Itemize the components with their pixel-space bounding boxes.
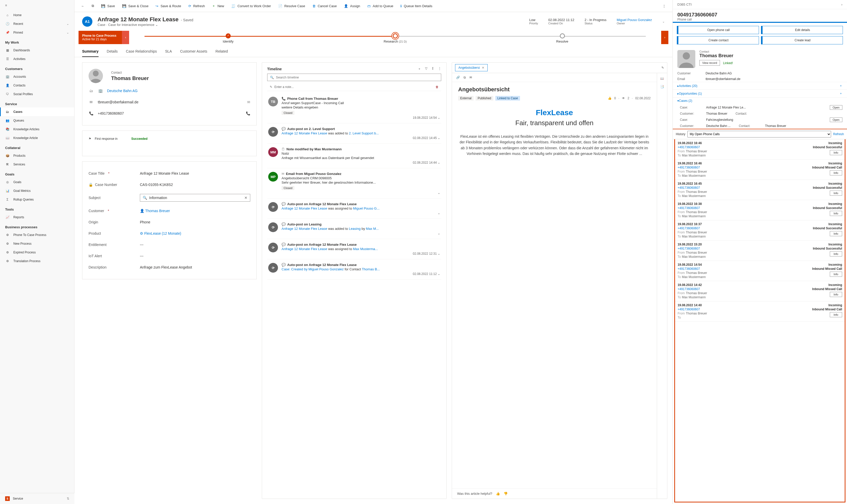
saveclose-button[interactable]: 💾Save & Close [120,3,151,10]
resolve-case-button[interactable]: 📄Resolve Case [276,3,308,10]
back-button[interactable]: ← [78,3,87,10]
history-info-button[interactable]: Info [830,170,842,176]
field-casetitle[interactable]: Anfrage 12 Monate Flex Lease [140,171,250,176]
nav-ptcp[interactable]: ⚙Phone To Case Process [0,231,74,239]
thumbs-down-icon[interactable]: 👎 [504,492,508,496]
delete-icon[interactable]: 🗑 [436,85,439,89]
close-icon[interactable]: ✕ [482,66,484,70]
timeline-item[interactable]: ⟳ 💬Auto-post on Leasing Anfrage 12 Monat… [267,219,441,239]
nav-accounts[interactable]: 🏢Accounts [0,72,74,81]
timeline-search-input[interactable] [276,75,438,79]
mail-action-icon[interactable]: ✉ [247,100,250,104]
cti-create-lead-button[interactable]: Create lead [761,36,843,44]
save-button[interactable]: 💾Save [99,3,118,10]
nav-transproc[interactable]: ⚙Translation Process [0,257,74,266]
nav-expproc[interactable]: ⚙Expired Process [0,248,74,257]
kb-popout-icon[interactable]: ⧉ [463,76,466,79]
nav-home[interactable]: ⌂Home [0,11,74,19]
field-product[interactable]: ⚙ FlexLease (12 Monate) [140,231,250,235]
history-item[interactable]: 19.08.2022 16:37Incoming +491736060607In… [675,220,845,240]
contact-company-row[interactable]: 🗂🏢Deutsche Bahn AG [89,85,250,96]
plus-icon[interactable]: ＋ [839,91,842,96]
nav-karticles[interactable]: 📚Knowledge Articles [0,125,74,133]
field-entitlement[interactable]: --- [140,242,250,247]
nav-dashboards[interactable]: ▦Dashboards [0,46,74,55]
nav-newproc[interactable]: ⚙New Process [0,239,74,248]
bpf-prev-button[interactable]: ‹ [122,31,129,44]
kb-similar-icon[interactable]: 📑 [660,85,664,89]
nav-pinned[interactable]: 📌Pinned⌄ [0,28,74,37]
convert-wo-button[interactable]: 🧾Convert to Work Order [229,3,273,10]
timeline-item[interactable]: ⟳ 💬Auto-post on Anfrage 12 Monate Flex L… [267,259,441,280]
cti-cases-section[interactable]: ▾ Cases (2) [673,97,847,104]
cti-create-contact-button[interactable]: Create contact [677,36,759,44]
clear-icon[interactable]: ✕ [244,196,247,200]
kb-edit-button[interactable]: ✎ [661,66,664,70]
nav-queues[interactable]: 👥Queues [0,116,74,125]
nav-social[interactable]: 🗨Social Profiles [0,90,74,98]
cti-refresh-button[interactable]: Refresh [833,132,844,136]
kb-mail-icon[interactable]: ✉ [470,76,472,79]
history-item[interactable]: 19.08.2022 16:45Incoming +491736060607In… [675,180,845,200]
saveroute-button[interactable]: ↪Save & Route [153,3,183,10]
bpf-stage-resolve[interactable]: Resolve [479,32,646,43]
tab-details[interactable]: Details [107,46,118,57]
history-info-button[interactable]: Info [830,231,842,236]
overflow-button[interactable]: ⋮ [660,3,668,10]
new-button[interactable]: ＋New [209,2,227,10]
timeline-item[interactable]: ⟳ 💬Auto-post on 2. Level Support Anfrage… [267,123,441,144]
field-description[interactable]: Anfrage zum FlexLease Angebot [140,265,250,269]
timeline-search[interactable]: 🔍 [267,74,441,81]
tab-customerassets[interactable]: Customer Assets [180,46,207,57]
nav-karticle[interactable]: 📖Knowledge Article [0,133,74,142]
contact-email-row[interactable]: ✉tbreuer@oberfakemail.de✉ [89,96,250,108]
timeline-note-input[interactable]: ✎ Enter a note... 🗑 [267,83,441,91]
cti-edit-details-button[interactable]: Edit details [761,26,843,34]
cti-activities-section[interactable]: ▸ Activities (20)＋ [673,82,847,90]
timeline-filter-button[interactable]: ▽ [425,67,427,71]
nav-rollup[interactable]: ΣRollup Queries [0,195,74,204]
timeline-item[interactable]: TB 📞Phone Call from Thomas Breuer Anruf … [267,93,441,123]
cti-history-filter[interactable]: My Open Phone Calls [687,131,831,138]
call-action-icon[interactable]: 📞 [246,111,250,115]
open-new-window-button[interactable]: ⧉ [89,2,96,10]
bpf-stage-research[interactable]: Research (21 D) [312,32,479,43]
kb-tab[interactable]: Angebotsübersi✕ [455,64,488,71]
bpf-name[interactable]: Phone to Case Process Active for 21 days [78,31,122,44]
history-item[interactable]: 19.08.2022 16:38Incoming +491736060607In… [675,200,845,220]
cti-opportunities-section[interactable]: ▸ Opportunities (1)＋ [673,90,847,97]
tab-related[interactable]: Related [216,46,228,57]
history-info-button[interactable]: Info [830,272,842,277]
nav-contacts[interactable]: 👤Contacts [0,81,74,90]
addqueue-button[interactable]: 🗃Add to Queue [365,3,396,10]
field-customer[interactable]: 👤 Thomas Breuer [140,209,250,213]
history-info-button[interactable]: Info [830,292,842,297]
nav-goals[interactable]: ◎Goals [0,178,74,186]
meta-owner[interactable]: Miguel Pouso GonzalezOwner [617,18,652,25]
history-item[interactable]: 19.08.2022 14:40Incoming +491736060607In… [675,301,845,322]
bpf-next-button[interactable]: › [661,31,668,44]
cti-header[interactable]: D365 CTI› [673,0,847,9]
history-item[interactable]: 19.08.2022 15:20Incoming +491736060607In… [675,240,845,261]
history-info-button[interactable]: Info [830,150,842,155]
timeline-add-button[interactable]: ＋ [418,67,421,71]
timeline-item[interactable]: ⟳ 💬Auto-post on Anfrage 12 Monate Flex L… [267,199,441,219]
kb-book-icon[interactable]: 📖 [660,77,664,80]
nav-reports[interactable]: 📈Reports [0,213,74,222]
cti-view-record-button[interactable]: View record [700,60,720,66]
tab-sla[interactable]: SLA [165,46,172,57]
cancel-case-button[interactable]: 🗑Cancel Case [310,3,339,10]
assign-button[interactable]: 👤Assign [341,3,363,10]
history-item[interactable]: 19.08.2022 16:46Incoming +491736060607In… [675,160,845,180]
timeline-item[interactable]: MP ✉Email from Miguel Pouso Gonzalez Ang… [267,168,441,199]
nav-services[interactable]: 🛠Services [0,160,74,169]
cti-open-phonecall-button[interactable]: Open phone call [677,26,759,34]
timeline-sort-button[interactable]: ↧ [431,67,434,71]
nav-recent[interactable]: 🕓Recent⌄ [0,19,74,28]
record-subtitle[interactable]: Case · Case for Interactive experience ⌄ [98,23,193,27]
contact-phone-row[interactable]: 📞+491736060607📞 [89,108,250,119]
history-info-button[interactable]: Info [830,251,842,256]
kb-badge-linked[interactable]: Linked to Case [495,96,520,101]
meta-status[interactable]: 2 - In ProgressStatus [584,18,606,25]
kb-link-icon[interactable]: 🔗 [456,76,460,79]
